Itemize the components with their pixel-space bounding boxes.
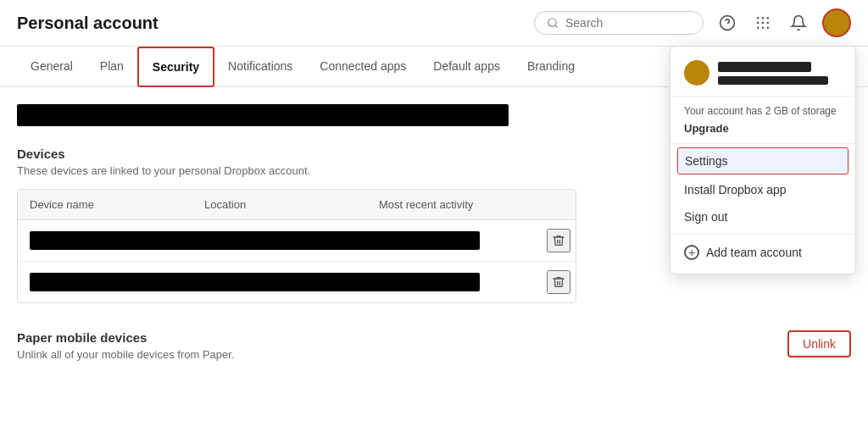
redacted-row-1 <box>30 231 480 250</box>
table-row <box>18 262 576 302</box>
help-icon[interactable] <box>715 11 739 35</box>
paper-section: Paper mobile devices Unlink all of your … <box>17 330 851 378</box>
dropdown-upgrade[interactable]: Upgrade <box>670 120 855 144</box>
search-box[interactable] <box>534 11 704 35</box>
tab-branding[interactable]: Branding <box>514 47 588 86</box>
delete-button-1[interactable] <box>547 229 570 252</box>
plus-circle-icon: + <box>684 245 699 260</box>
dropdown-storage: Your account has 2 GB of storage <box>670 100 855 120</box>
dropdown-avatar <box>684 60 709 86</box>
dropdown-signout-item[interactable]: Sign out <box>670 203 855 230</box>
dropdown-name-block <box>718 62 828 85</box>
unlink-button[interactable]: Unlink <box>787 330 851 357</box>
grid-icon[interactable] <box>751 11 775 35</box>
svg-point-11 <box>762 27 765 30</box>
svg-point-9 <box>767 22 770 25</box>
tab-default-apps[interactable]: Default apps <box>420 47 514 86</box>
tab-notifications[interactable]: Notifications <box>214 47 306 86</box>
dropdown-profile <box>670 53 855 97</box>
paper-section-info: Paper mobile devices Unlink all of your … <box>17 330 235 361</box>
dropdown-email <box>718 76 828 85</box>
dropdown-divider <box>670 234 855 235</box>
header-actions <box>534 8 851 37</box>
dropdown-settings-item[interactable]: Settings <box>677 147 849 174</box>
dropdown-install-item[interactable]: Install Dropbox app <box>670 176 855 203</box>
paper-title: Paper mobile devices <box>17 330 235 345</box>
device-name-cell <box>18 223 542 258</box>
tab-connected-apps[interactable]: Connected apps <box>306 47 420 86</box>
svg-point-6 <box>767 17 770 19</box>
avatar[interactable] <box>822 8 851 37</box>
svg-point-10 <box>757 27 760 30</box>
header: Personal account <box>0 0 868 47</box>
svg-line-1 <box>555 25 558 28</box>
col-recent-activity: Most recent activity <box>367 190 542 219</box>
table-row <box>18 220 576 262</box>
col-location: Location <box>192 190 367 219</box>
svg-point-5 <box>762 17 765 19</box>
svg-point-7 <box>757 22 760 25</box>
tab-security[interactable]: Security <box>137 47 214 87</box>
delete-cell-2 <box>542 262 576 302</box>
search-input[interactable] <box>565 16 691 30</box>
device-name-cell-2 <box>18 264 542 300</box>
delete-button-2[interactable] <box>547 270 570 294</box>
page-title: Personal account <box>17 14 159 33</box>
devices-table: Device name Location Most recent activit… <box>17 189 576 303</box>
svg-point-12 <box>767 27 770 30</box>
col-actions <box>542 190 576 219</box>
tab-general[interactable]: General <box>17 47 86 86</box>
table-header: Device name Location Most recent activit… <box>18 190 576 220</box>
dropdown-add-team-item[interactable]: + Add team account <box>670 238 855 267</box>
delete-cell-1 <box>542 220 576 261</box>
search-icon <box>547 17 559 29</box>
dropdown-menu: Your account has 2 GB of storage Upgrade… <box>670 46 856 274</box>
tab-plan[interactable]: Plan <box>86 47 137 86</box>
add-team-label: Add team account <box>706 246 802 259</box>
redacted-row-2 <box>30 273 480 291</box>
paper-desc: Unlink all of your mobile devices from P… <box>17 348 235 361</box>
svg-point-4 <box>757 17 760 19</box>
dropdown-username <box>718 62 811 72</box>
bell-icon[interactable] <box>787 11 810 35</box>
col-device-name: Device name <box>18 190 192 219</box>
redacted-top-bar <box>17 104 509 126</box>
svg-point-8 <box>762 22 765 25</box>
